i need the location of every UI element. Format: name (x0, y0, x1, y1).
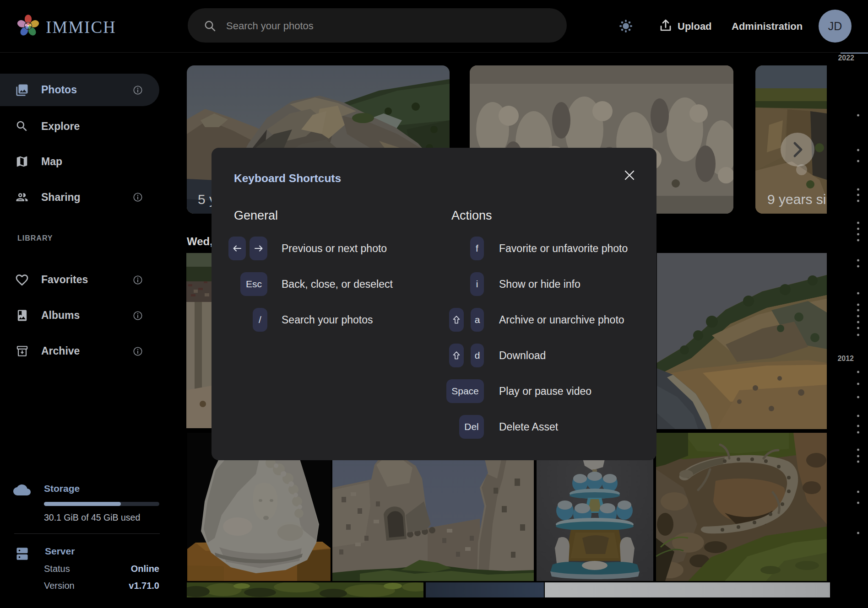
svg-text:9 years sin: 9 years sin (767, 192, 827, 207)
